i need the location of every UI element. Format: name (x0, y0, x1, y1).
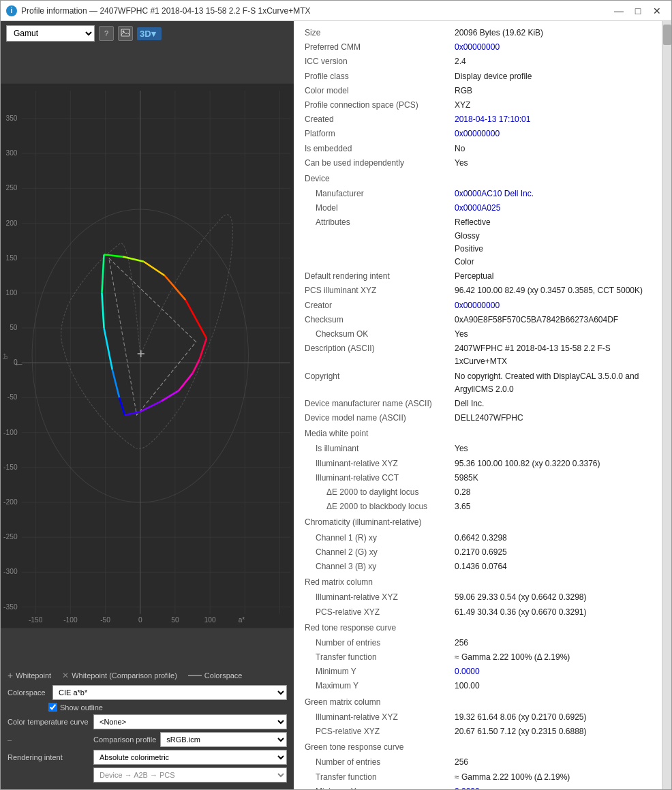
left-toolbar: Gamut Chromaticity ? 3D▾ (1, 21, 294, 46)
color-temp-select[interactable]: <None> 2500K D65 (93, 714, 287, 729)
channel2-value: 0.2170 0.6925 (455, 546, 651, 559)
de2000-daylight-label: ΔE 2000 to daylight locus (305, 486, 455, 499)
pcs-illuminant-label: PCS illuminant XYZ (305, 284, 455, 297)
colorspace-select[interactable]: CIE a*b* CIE xy CIE u'v' (52, 685, 287, 700)
red-tone-header-row: Red tone response curve (305, 620, 651, 635)
bottom-controls: + Whitepoint ✕ Whitepoint (Comparison pr… (1, 666, 294, 789)
device-model-value: DELL2407WFPHC (455, 412, 651, 425)
whitepoint-plus-icon: + (7, 670, 13, 681)
attributes-value: Reflective Glossy Positive Color (455, 216, 651, 269)
is-illuminant-label: Is illuminant (305, 442, 455, 455)
red-min-y-value: 0.0000 (455, 665, 651, 678)
device-model-row: Device model name (ASCII) DELL2407WFPHC (305, 412, 651, 425)
maximize-button[interactable]: □ (629, 4, 647, 18)
creator-label: Creator (305, 299, 455, 312)
profile-class-label: Profile class (305, 70, 455, 83)
green-tone-header: Green tone response curve (305, 741, 455, 754)
de2000-blackbody-row: ΔE 2000 to blackbody locus 3.65 (305, 500, 651, 513)
green-illum-xyz-row: Illuminant-relative XYZ 19.32 61.64 8.06… (305, 711, 651, 724)
pcs-illuminant-row: PCS illuminant XYZ 96.42 100.00 82.49 (x… (305, 284, 651, 297)
show-outline-row: Show outline (48, 703, 287, 712)
close-button[interactable]: ✕ (648, 4, 666, 18)
can-be-used-row: Can be used independently Yes (305, 157, 651, 170)
svg-text:100: 100 (6, 289, 18, 297)
green-pcs-xyz-row: PCS-relative XYZ 20.67 61.50 7.12 (xy 0.… (305, 725, 651, 738)
help-icon[interactable]: ? (99, 26, 114, 41)
preferred-cmm-row: Preferred CMM 0x00000000 (305, 41, 651, 54)
direction-select[interactable]: Device → A2B → PCS PCS → B2A → Device (93, 768, 287, 783)
left-panel: Gamut Chromaticity ? 3D▾ (1, 21, 294, 789)
green-illum-xyz-value: 19.32 61.64 8.06 (xy 0.2170 0.6925) (455, 711, 651, 724)
channel2-label: Channel 2 (G) xy (305, 546, 455, 559)
colorspace-legend-label: Colorspace (204, 671, 243, 680)
green-min-y-label: Minimum Y (305, 785, 455, 789)
rendering-intent-select[interactable]: Absolute colorimetric Relative colorimet… (93, 750, 287, 765)
manufacturer-value: 0x0000AC10 Dell Inc. (455, 187, 651, 200)
show-outline-label: Show outline (60, 703, 103, 712)
svg-text:0: 0 (138, 616, 142, 624)
comparison-dash-icon: – (7, 735, 89, 744)
svg-text:-250: -250 (3, 533, 18, 541)
platform-value: 0x00000000 (455, 127, 651, 140)
model-value: 0x0000A025 (455, 202, 651, 215)
preferred-cmm-value: 0x00000000 (455, 41, 651, 54)
svg-rect-2 (1, 84, 294, 628)
is-illuminant-value: Yes (455, 442, 651, 455)
show-outline-checkbox[interactable] (48, 703, 57, 712)
colorspace-legend: Colorspace (188, 671, 243, 680)
device-mfr-row: Device manufacturer name (ASCII) Dell In… (305, 397, 651, 410)
svg-text:50: 50 (10, 324, 18, 331)
checksum-value: 0xA90E8F58F570C5BA7842B66273A604DF (455, 314, 651, 326)
whitepoint-comparison-label: Whitepoint (Comparison profile) (72, 671, 177, 680)
colorspace-line-icon (188, 675, 202, 676)
svg-text:a*: a* (239, 616, 245, 624)
svg-text:100: 100 (204, 616, 216, 624)
checksum-row: Checksum 0xA90E8F58F570C5BA7842B66273A60… (305, 314, 651, 326)
svg-text:-150: -150 (29, 616, 43, 624)
color-model-value: RGB (455, 85, 651, 97)
title-bar: i Profile information — 2407WFPHC #1 201… (1, 1, 671, 21)
three-d-button[interactable]: 3D▾ (137, 27, 162, 40)
svg-text:-50: -50 (7, 394, 18, 401)
whitepoint-comparison-legend: ✕ Whitepoint (Comparison profile) (62, 671, 177, 680)
created-row: Created 2018-04-13 17:10:01 (305, 113, 651, 126)
description-row: Description (ASCII) 2407WFPHC #1 2018-04… (305, 342, 651, 368)
channel1-label: Channel 1 (R) xy (305, 532, 455, 545)
manufacturer-label: Manufacturer (305, 187, 455, 200)
svg-text:-350: -350 (3, 603, 18, 611)
comparison-profile-select[interactable]: sRGB.icm AdobeRGB.icm (160, 732, 287, 747)
image-icon[interactable] (118, 26, 133, 41)
legend-row: + Whitepoint ✕ Whitepoint (Comparison pr… (7, 670, 287, 681)
red-illum-xyz-value: 59.06 29.33 0.54 (xy 0.6642 0.3298) (455, 591, 651, 604)
scrollbar-thumb[interactable] (663, 25, 671, 45)
creator-value: 0x00000000 (455, 299, 651, 312)
red-transfer-value: ≈ Gamma 2.22 100% (Δ 2.19%) (455, 651, 651, 664)
copyright-row: Copyright No copyright. Created with Dis… (305, 370, 651, 396)
copyright-value: No copyright. Created with DisplayCAL 3.… (455, 370, 651, 396)
channel2-row: Channel 2 (G) xy 0.2170 0.6925 (305, 546, 651, 559)
green-transfer-row: Transfer function ≈ Gamma 2.22 100% (Δ 2… (305, 771, 651, 784)
illuminant-cct-row: Illuminant-relative CCT 5985K (305, 472, 651, 485)
profile-class-value: Display device profile (455, 70, 651, 83)
title-bar-left: i Profile information — 2407WFPHC #1 201… (6, 5, 311, 16)
cie-chart: 350 300 250 200 150 100 50 0 -50 -100 -1… (1, 46, 294, 666)
profile-class-row: Profile class Display device profile (305, 70, 651, 83)
main-content: Gamut Chromaticity ? 3D▾ (1, 21, 671, 789)
color-temp-label: Color temperature curve (7, 718, 89, 726)
green-entries-value: 256 (455, 756, 651, 769)
icc-version-row: ICC version 2.4 (305, 55, 651, 68)
minimize-button[interactable]: ― (610, 4, 628, 18)
red-transfer-label: Transfer function (305, 651, 455, 664)
size-label: Size (305, 27, 455, 40)
red-max-y-row: Maximum Y 100.00 (305, 680, 651, 693)
green-pcs-xyz-value: 20.67 61.50 7.12 (xy 0.2315 0.6888) (455, 725, 651, 738)
device-header-row: Device (305, 171, 651, 186)
copyright-label: Copyright (305, 370, 455, 396)
chart-area: 350 300 250 200 150 100 50 0 -50 -100 -1… (1, 46, 294, 666)
channel1-row: Channel 1 (R) xy 0.6642 0.3298 (305, 532, 651, 545)
comparison-profile-row: – Comparison profile sRGB.icm AdobeRGB.i… (7, 732, 287, 747)
icc-version-value: 2.4 (455, 55, 651, 68)
right-scrollbar[interactable] (662, 21, 671, 789)
gamut-select[interactable]: Gamut Chromaticity (6, 25, 95, 42)
red-entries-value: 256 (455, 637, 651, 650)
